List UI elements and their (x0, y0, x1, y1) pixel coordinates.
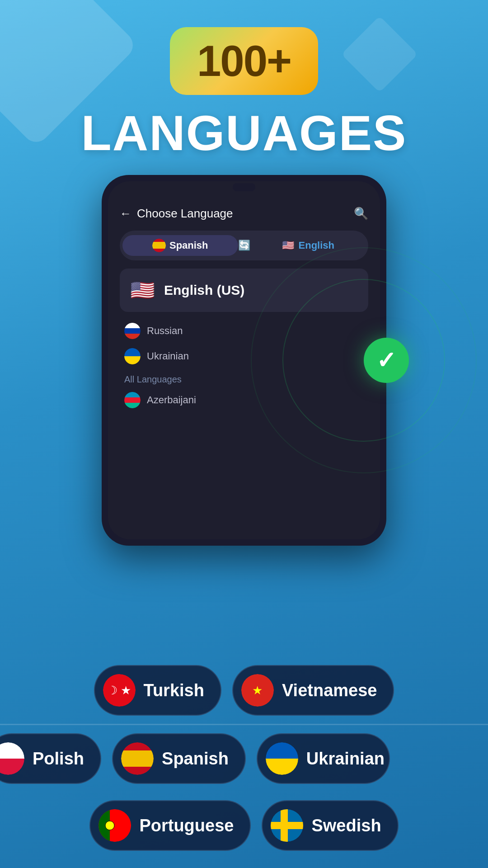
pills-row-3: Portuguese Swedish (0, 792, 488, 859)
phone-notch (233, 183, 255, 191)
phone-header: ← Choose Language 🔍 (120, 207, 368, 221)
portuguese-flag (99, 809, 131, 842)
bottom-pills-section: ☽ ★ Turkish ★ Vietnamese Polish Spanish (0, 652, 488, 868)
badge-text: 100+ (197, 37, 291, 85)
swedish-label: Swedish (311, 816, 381, 835)
vietnamese-pill[interactable]: ★ Vietnamese (232, 665, 394, 716)
spanish-label: Spanish (162, 749, 229, 769)
spanish-pill[interactable]: Spanish (112, 733, 246, 784)
turkish-pill[interactable]: ☽ ★ Turkish (94, 665, 221, 716)
ukrainian-label: Ukrainian (147, 350, 189, 362)
azerbaijani-label: Azerbaijani (147, 394, 196, 406)
spanish-flag-tab (152, 239, 166, 252)
badge-100plus: 100+ (170, 27, 318, 95)
portuguese-label: Portuguese (139, 816, 234, 835)
ukrainian-flag (124, 348, 141, 364)
back-arrow-icon: ← (120, 207, 131, 221)
phone-outer: ← Choose Language 🔍 Spanish 🔄 (102, 175, 386, 546)
languages-title: LANGUAGES (81, 104, 407, 161)
english-flag-tab: 🇺🇸 (282, 239, 295, 252)
azerbaijani-flag (124, 392, 141, 408)
spanish-flag-pill (121, 742, 154, 775)
phone-wrapper: ← Choose Language 🔍 Spanish 🔄 (0, 175, 488, 546)
russian-flag (124, 323, 141, 339)
ukrainian-pill-label: Ukrainian (306, 749, 385, 769)
search-icon[interactable]: 🔍 (354, 207, 368, 221)
selected-language-name: English (US) (164, 283, 244, 298)
turkish-label: Turkish (144, 681, 204, 700)
phone-screen-title: Choose Language (137, 207, 233, 221)
swedish-pill[interactable]: Swedish (262, 800, 398, 851)
turkish-flag: ☽ ★ (103, 674, 136, 707)
vietnamese-label: Vietnamese (282, 681, 377, 700)
tab-from-language[interactable]: Spanish (122, 235, 238, 256)
to-language-label: English (299, 240, 334, 251)
russian-label: Russian (147, 325, 183, 337)
polish-pill[interactable]: Polish (0, 733, 101, 784)
polish-flag (0, 742, 24, 775)
ukrainian-flag-pill (266, 742, 298, 775)
header-section: 100+ LANGUAGES (0, 0, 488, 161)
from-language-label: Spanish (169, 240, 208, 251)
checkmark-bubble (364, 338, 409, 383)
portuguese-pill[interactable]: Portuguese (89, 800, 251, 851)
english-us-flag: 🇺🇸 (129, 277, 156, 304)
polish-label: Polish (33, 749, 84, 769)
vietnamese-flag: ★ (241, 674, 274, 707)
pills-row-2: Polish Spanish Ukrainian (0, 725, 488, 792)
swedish-flag (271, 809, 303, 842)
svg-point-2 (105, 821, 114, 830)
back-button[interactable]: ← Choose Language (120, 207, 233, 221)
pills-row-1: ☽ ★ Turkish ★ Vietnamese (0, 657, 488, 724)
ukrainian-pill[interactable]: Ukrainian (257, 733, 390, 784)
swap-icon[interactable]: 🔄 (238, 240, 250, 251)
